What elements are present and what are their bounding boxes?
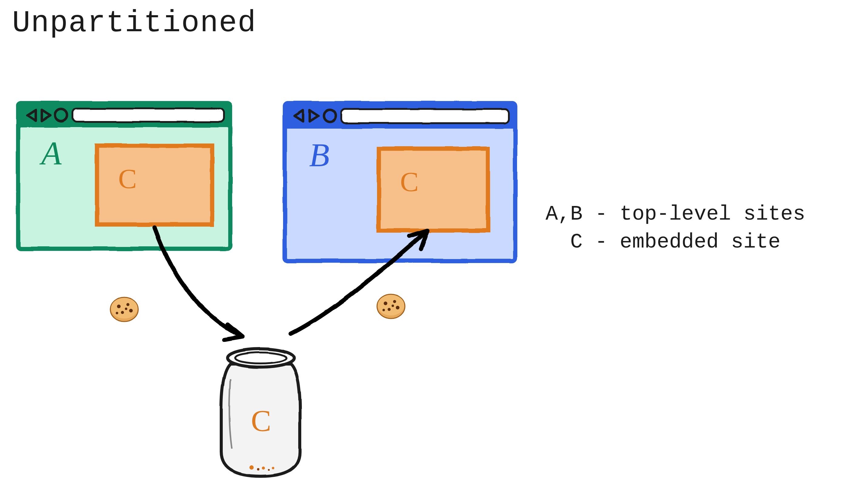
site-a-label: A [39, 135, 62, 172]
embed-c-in-a-label: C [118, 163, 137, 194]
svg-point-23 [257, 468, 259, 470]
jar-label: C [251, 404, 271, 437]
svg-point-24 [262, 466, 265, 469]
embed-c-in-b [379, 149, 488, 231]
legend: A,B - top-level sites C - embedded site [546, 200, 805, 256]
svg-point-22 [249, 465, 254, 469]
site-b-label: B [309, 137, 330, 174]
legend-line-1: A,B - top-level sites [546, 202, 805, 226]
svg-rect-12 [73, 109, 224, 122]
svg-point-26 [272, 466, 275, 469]
legend-line-2: C - embedded site [546, 230, 780, 254]
svg-rect-19 [379, 149, 488, 231]
cookie-icon-left [110, 297, 138, 321]
cookie-icon-right [377, 294, 405, 318]
diagram-title: Unpartitioned [12, 6, 256, 40]
embed-c-in-b-label: C [400, 166, 418, 197]
svg-rect-13 [97, 146, 212, 225]
diagram-stage: A C B C [12, 100, 527, 482]
embed-c-in-a [97, 146, 212, 225]
svg-rect-18 [341, 109, 509, 123]
svg-point-25 [268, 469, 270, 470]
